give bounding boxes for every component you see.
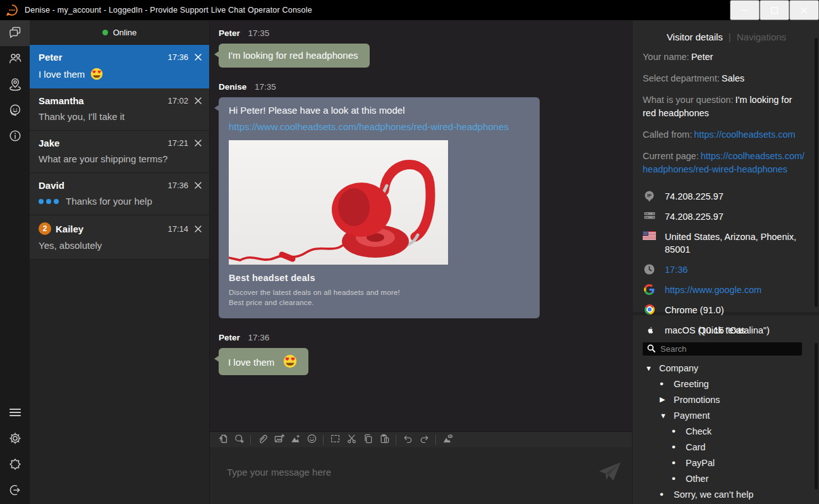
rail-menu-button[interactable] xyxy=(0,400,30,426)
bullet-icon xyxy=(672,457,686,469)
minimize-button[interactable] xyxy=(730,0,760,20)
insert-quick-text-button[interactable] xyxy=(214,432,231,448)
titlebar: Denise - my_account - LoggedIn - Provide… xyxy=(0,0,819,20)
close-chat-button[interactable] xyxy=(195,97,202,104)
chat-preview: What are your shipping terms? xyxy=(39,153,167,164)
link-preview-title: Best headset deals xyxy=(229,273,530,283)
chat-list-item-david[interactable]: David 17:36 Thanks for your help xyxy=(30,173,209,215)
chat-name: Kailey xyxy=(56,224,83,234)
send-message-button[interactable] xyxy=(598,462,621,484)
maximize-button[interactable] xyxy=(760,0,789,20)
close-chat-button[interactable] xyxy=(195,140,202,147)
rail-logout-button[interactable] xyxy=(0,478,30,504)
info-row-local-time: 17:36 xyxy=(643,263,810,276)
visitor-details-section: Visitor details | Navigations Your name:… xyxy=(633,20,819,312)
collapse-triangle-icon[interactable] xyxy=(660,412,674,419)
message-input[interactable] xyxy=(210,447,632,504)
window-controls xyxy=(730,0,819,20)
message-header: Peter 17:35 xyxy=(219,28,623,38)
info-row-ip: IP 74.208.225.97 xyxy=(643,190,810,203)
chat-time: 17:21 xyxy=(167,138,188,148)
chat-preview: Yes, absolutely xyxy=(39,240,102,251)
visitor-details-scrollbar[interactable] xyxy=(815,38,818,307)
tree-item-other[interactable]: Other xyxy=(643,471,801,486)
tree-item-sorry-we-cant-help[interactable]: Sorry, we can’t help xyxy=(643,486,801,502)
tab-visitor-details[interactable]: Visitor details xyxy=(667,32,723,42)
copy-button[interactable] xyxy=(360,432,376,448)
redo-icon xyxy=(419,433,430,446)
screen-snapshot-button[interactable] xyxy=(287,432,303,448)
quick-text-icon xyxy=(217,433,228,446)
search-icon xyxy=(647,344,655,355)
tab-navigations[interactable]: Navigations xyxy=(737,32,786,42)
tree-item-check[interactable]: Check xyxy=(643,423,801,439)
collapse-triangle-icon[interactable] xyxy=(645,364,659,372)
message-header: Peter 17:36 xyxy=(219,333,623,342)
close-button[interactable] xyxy=(789,0,819,20)
toolbar-separator xyxy=(396,435,396,445)
chat-list-item-samantha[interactable]: Samantha 17:02 Thank you, I'll take it xyxy=(30,88,209,131)
quick-texts-search[interactable] xyxy=(643,342,802,356)
message-author: Peter xyxy=(219,28,240,38)
google-referrer-link[interactable]: https://www.google.com xyxy=(665,284,798,296)
message-author: Peter xyxy=(219,333,240,342)
tree-item-paypal[interactable]: PayPal xyxy=(643,455,801,471)
close-chat-button[interactable] xyxy=(195,54,202,61)
close-chat-button[interactable] xyxy=(195,225,202,232)
chat-name: Peter xyxy=(39,52,63,63)
attach-file-button[interactable] xyxy=(254,432,270,448)
field-question: What is your question:I'm looking for re… xyxy=(643,93,806,120)
message-author: Denise xyxy=(219,82,246,92)
quick-texts-scrollbar[interactable] xyxy=(815,343,818,489)
rail-operators-button[interactable] xyxy=(0,98,30,124)
tree-item-greeting[interactable]: Greeting xyxy=(643,376,801,392)
rail-geo-location-button[interactable] xyxy=(0,72,30,98)
tree-item-promotions[interactable]: Promotions xyxy=(643,392,801,407)
send-image-button[interactable] xyxy=(270,432,287,448)
clock-icon xyxy=(643,264,656,275)
paperclip-icon xyxy=(257,433,268,446)
geo-location-icon xyxy=(8,77,22,93)
tree-item-company[interactable]: Company xyxy=(643,360,801,376)
server-icon xyxy=(643,211,656,220)
undo-button[interactable] xyxy=(399,432,416,448)
bullet-icon xyxy=(660,488,674,501)
bullet-icon xyxy=(672,441,686,453)
message-text: Hi Peter! Please have a look at this mod… xyxy=(229,105,404,116)
paste-icon xyxy=(379,433,390,446)
message-time: 17:35 xyxy=(248,28,270,38)
rail-visitors-button[interactable] xyxy=(0,46,30,72)
chat-list-item-kailey[interactable]: 2 Kailey 17:14 Yes, absolutely xyxy=(30,215,209,260)
cut-button[interactable] xyxy=(343,432,360,448)
tree-item-card[interactable]: Card xyxy=(643,439,801,455)
paste-button[interactable] xyxy=(376,432,392,448)
typing-indicator xyxy=(39,199,59,204)
operator-status[interactable]: Online xyxy=(30,20,209,45)
expand-triangle-icon[interactable] xyxy=(660,395,674,404)
chat-list-item-peter[interactable]: Peter 17:36 I love them xyxy=(30,45,209,88)
rail-chats-button[interactable] xyxy=(0,20,30,46)
image-upload-icon xyxy=(274,433,284,446)
message-link[interactable]: https://www.coolheadsets.com/headphones/… xyxy=(229,121,530,132)
save-as-quick-text-button[interactable] xyxy=(231,432,247,448)
quick-texts-section: Quick texts Company xyxy=(633,315,819,504)
paper-plane-icon xyxy=(598,462,621,484)
message-time: 17:36 xyxy=(248,333,270,342)
toolbar-separator xyxy=(250,435,251,445)
rail-whats-new-button[interactable] xyxy=(0,452,30,478)
message-time: 17:35 xyxy=(255,82,276,92)
chat-list-item-jake[interactable]: Jake 17:21 What are your shipping terms? xyxy=(30,131,209,173)
rail-info-button[interactable] xyxy=(0,124,30,150)
image-preview-button[interactable] xyxy=(439,432,456,448)
select-region-button[interactable] xyxy=(327,432,343,448)
called-from-link[interactable]: https://coolheadsets.com xyxy=(694,129,795,140)
tree-item-payment[interactable]: Payment xyxy=(643,407,801,423)
rail-settings-button[interactable] xyxy=(0,426,30,452)
chat-time: 17:36 xyxy=(167,181,188,190)
search-input[interactable] xyxy=(660,344,798,354)
burst-icon xyxy=(8,457,22,474)
redo-button[interactable] xyxy=(416,432,432,448)
emoji-button[interactable] xyxy=(303,432,320,448)
visitor-panel: Visitor details | Navigations Your name:… xyxy=(632,20,819,504)
close-chat-button[interactable] xyxy=(195,182,202,189)
